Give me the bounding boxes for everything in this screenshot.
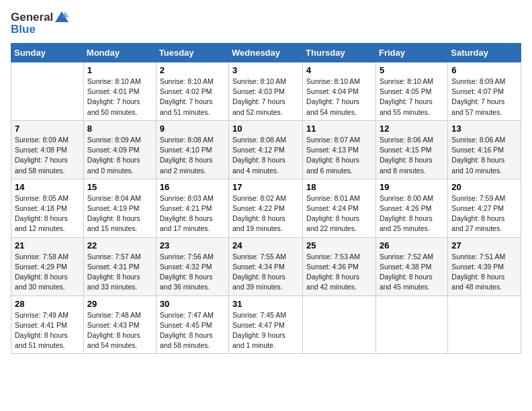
day-info: Sunrise: 7:47 AMSunset: 4:45 PMDaylight:… bbox=[160, 310, 225, 351]
calendar-cell: 11Sunrise: 8:07 AMSunset: 4:13 PMDayligh… bbox=[303, 120, 376, 179]
header-wednesday: Wednesday bbox=[229, 44, 303, 62]
day-info: Sunrise: 8:05 AMSunset: 4:18 PMDaylight:… bbox=[15, 193, 80, 234]
calendar-cell: 28Sunrise: 7:49 AMSunset: 4:41 PMDayligh… bbox=[11, 295, 84, 354]
calendar-cell: 31Sunrise: 7:45 AMSunset: 4:47 PMDayligh… bbox=[229, 295, 303, 354]
day-info: Sunrise: 8:06 AMSunset: 4:15 PMDaylight:… bbox=[380, 135, 444, 176]
day-number: 8 bbox=[87, 124, 152, 134]
day-info: Sunrise: 8:08 AMSunset: 4:12 PMDaylight:… bbox=[232, 135, 299, 176]
calendar-cell: 2Sunrise: 8:10 AMSunset: 4:02 PMDaylight… bbox=[156, 62, 228, 121]
header-saturday: Saturday bbox=[448, 44, 521, 62]
calendar-cell: 15Sunrise: 8:04 AMSunset: 4:19 PMDayligh… bbox=[83, 179, 156, 237]
day-number: 5 bbox=[380, 65, 444, 75]
header-friday: Friday bbox=[375, 44, 447, 62]
calendar-cell: 6Sunrise: 8:09 AMSunset: 4:07 PMDaylight… bbox=[448, 62, 521, 121]
day-number: 24 bbox=[232, 240, 299, 250]
day-number: 21 bbox=[15, 240, 80, 250]
calendar-cell: 1Sunrise: 8:10 AMSunset: 4:01 PMDaylight… bbox=[83, 62, 156, 121]
day-number: 18 bbox=[306, 182, 372, 192]
day-number: 7 bbox=[15, 124, 80, 134]
day-info: Sunrise: 7:58 AMSunset: 4:29 PMDaylight:… bbox=[15, 252, 80, 293]
logo-blue-text: Blue bbox=[11, 23, 36, 36]
calendar-cell: 22Sunrise: 7:57 AMSunset: 4:31 PMDayligh… bbox=[83, 237, 156, 295]
day-info: Sunrise: 8:04 AMSunset: 4:19 PMDaylight:… bbox=[87, 193, 152, 234]
header-thursday: Thursday bbox=[303, 44, 376, 62]
day-info: Sunrise: 8:00 AMSunset: 4:26 PMDaylight:… bbox=[380, 193, 444, 234]
day-info: Sunrise: 8:10 AMSunset: 4:01 PMDaylight:… bbox=[87, 77, 152, 118]
calendar-cell: 29Sunrise: 7:48 AMSunset: 4:43 PMDayligh… bbox=[83, 295, 156, 354]
day-number: 27 bbox=[451, 240, 517, 250]
day-info: Sunrise: 8:02 AMSunset: 4:22 PMDaylight:… bbox=[232, 193, 299, 234]
day-number: 11 bbox=[306, 124, 372, 134]
day-number: 29 bbox=[87, 299, 152, 309]
calendar-cell: 19Sunrise: 8:00 AMSunset: 4:26 PMDayligh… bbox=[375, 179, 447, 237]
day-number: 13 bbox=[451, 124, 517, 134]
day-number: 30 bbox=[160, 299, 225, 309]
day-info: Sunrise: 7:51 AMSunset: 4:39 PMDaylight:… bbox=[451, 252, 517, 293]
day-info: Sunrise: 7:53 AMSunset: 4:36 PMDaylight:… bbox=[306, 252, 372, 293]
header-sunday: Sunday bbox=[11, 44, 84, 62]
calendar-cell: 17Sunrise: 8:02 AMSunset: 4:22 PMDayligh… bbox=[229, 179, 303, 237]
calendar-cell bbox=[448, 295, 521, 354]
calendar-table: SundayMondayTuesdayWednesdayThursdayFrid… bbox=[11, 43, 521, 354]
day-info: Sunrise: 8:07 AMSunset: 4:13 PMDaylight:… bbox=[306, 135, 372, 176]
calendar-cell: 18Sunrise: 8:01 AMSunset: 4:24 PMDayligh… bbox=[303, 179, 376, 237]
day-info: Sunrise: 7:57 AMSunset: 4:31 PMDaylight:… bbox=[87, 252, 152, 293]
calendar-cell: 7Sunrise: 8:09 AMSunset: 4:08 PMDaylight… bbox=[11, 120, 84, 179]
calendar-cell bbox=[303, 295, 376, 354]
day-number: 19 bbox=[380, 182, 444, 192]
day-info: Sunrise: 8:09 AMSunset: 4:08 PMDaylight:… bbox=[15, 135, 80, 176]
day-info: Sunrise: 8:08 AMSunset: 4:10 PMDaylight:… bbox=[160, 135, 225, 176]
calendar-cell: 16Sunrise: 8:03 AMSunset: 4:21 PMDayligh… bbox=[156, 179, 228, 237]
calendar-cell: 9Sunrise: 8:08 AMSunset: 4:10 PMDaylight… bbox=[156, 120, 228, 179]
day-number: 17 bbox=[232, 182, 299, 192]
week-row-4: 21Sunrise: 7:58 AMSunset: 4:29 PMDayligh… bbox=[11, 237, 521, 295]
day-info: Sunrise: 7:48 AMSunset: 4:43 PMDaylight:… bbox=[87, 310, 152, 351]
day-number: 3 bbox=[232, 65, 299, 75]
day-info: Sunrise: 8:03 AMSunset: 4:21 PMDaylight:… bbox=[160, 193, 225, 234]
day-number: 26 bbox=[380, 240, 444, 250]
page-header: General Blue bbox=[11, 11, 521, 36]
week-row-3: 14Sunrise: 8:05 AMSunset: 4:18 PMDayligh… bbox=[11, 179, 521, 237]
day-number: 12 bbox=[380, 124, 444, 134]
calendar-cell: 14Sunrise: 8:05 AMSunset: 4:18 PMDayligh… bbox=[11, 179, 84, 237]
day-number: 2 bbox=[160, 65, 225, 75]
day-number: 9 bbox=[160, 124, 225, 134]
calendar-cell bbox=[11, 62, 84, 121]
day-info: Sunrise: 8:01 AMSunset: 4:24 PMDaylight:… bbox=[306, 193, 372, 234]
week-row-1: 1Sunrise: 8:10 AMSunset: 4:01 PMDaylight… bbox=[11, 62, 521, 121]
calendar-cell: 24Sunrise: 7:55 AMSunset: 4:34 PMDayligh… bbox=[229, 237, 303, 295]
day-number: 28 bbox=[15, 299, 80, 309]
calendar-cell: 21Sunrise: 7:58 AMSunset: 4:29 PMDayligh… bbox=[11, 237, 84, 295]
calendar-cell: 4Sunrise: 8:10 AMSunset: 4:04 PMDaylight… bbox=[303, 62, 376, 121]
day-info: Sunrise: 8:10 AMSunset: 4:03 PMDaylight:… bbox=[232, 77, 299, 118]
day-info: Sunrise: 8:10 AMSunset: 4:02 PMDaylight:… bbox=[160, 77, 225, 118]
day-info: Sunrise: 8:10 AMSunset: 4:04 PMDaylight:… bbox=[306, 77, 372, 118]
day-info: Sunrise: 8:09 AMSunset: 4:07 PMDaylight:… bbox=[451, 77, 517, 118]
day-info: Sunrise: 7:45 AMSunset: 4:47 PMDaylight:… bbox=[232, 310, 299, 351]
header-tuesday: Tuesday bbox=[156, 44, 228, 62]
calendar-cell: 25Sunrise: 7:53 AMSunset: 4:36 PMDayligh… bbox=[303, 237, 376, 295]
calendar-cell: 8Sunrise: 8:09 AMSunset: 4:09 PMDaylight… bbox=[83, 120, 156, 179]
day-number: 6 bbox=[451, 65, 517, 75]
logo: General Blue bbox=[11, 11, 69, 36]
header-monday: Monday bbox=[83, 44, 156, 62]
calendar-cell: 13Sunrise: 8:06 AMSunset: 4:16 PMDayligh… bbox=[448, 120, 521, 179]
day-info: Sunrise: 7:52 AMSunset: 4:38 PMDaylight:… bbox=[380, 252, 444, 293]
day-number: 31 bbox=[232, 299, 299, 309]
day-number: 16 bbox=[160, 182, 225, 192]
calendar-cell: 30Sunrise: 7:47 AMSunset: 4:45 PMDayligh… bbox=[156, 295, 228, 354]
day-info: Sunrise: 7:49 AMSunset: 4:41 PMDaylight:… bbox=[15, 310, 80, 351]
day-info: Sunrise: 7:56 AMSunset: 4:32 PMDaylight:… bbox=[160, 252, 225, 293]
day-info: Sunrise: 7:59 AMSunset: 4:27 PMDaylight:… bbox=[451, 193, 517, 234]
calendar-cell: 26Sunrise: 7:52 AMSunset: 4:38 PMDayligh… bbox=[375, 237, 447, 295]
day-info: Sunrise: 8:06 AMSunset: 4:16 PMDaylight:… bbox=[451, 135, 517, 176]
day-number: 15 bbox=[87, 182, 152, 192]
logo-icon bbox=[54, 11, 69, 23]
day-info: Sunrise: 7:55 AMSunset: 4:34 PMDaylight:… bbox=[232, 252, 299, 293]
day-number: 22 bbox=[87, 240, 152, 250]
week-row-2: 7Sunrise: 8:09 AMSunset: 4:08 PMDaylight… bbox=[11, 120, 521, 179]
calendar-cell: 10Sunrise: 8:08 AMSunset: 4:12 PMDayligh… bbox=[229, 120, 303, 179]
calendar-cell bbox=[375, 295, 447, 354]
calendar-cell: 23Sunrise: 7:56 AMSunset: 4:32 PMDayligh… bbox=[156, 237, 228, 295]
day-number: 25 bbox=[306, 240, 372, 250]
